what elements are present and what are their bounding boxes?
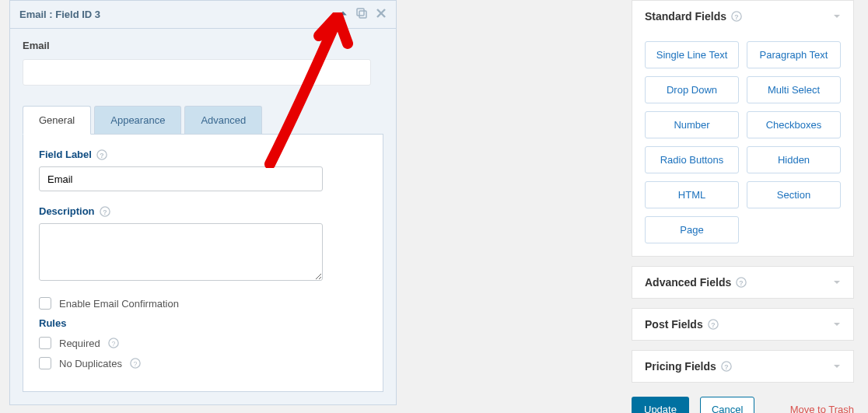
move-to-trash-link[interactable]: Move to Trash [790, 404, 854, 413]
pricing-fields-header[interactable]: Pricing Fields ? [632, 351, 853, 382]
svg-text:?: ? [134, 360, 138, 368]
field-label-group: Field Label ? [39, 149, 367, 191]
preview-label: Email [23, 40, 383, 51]
description-textarea[interactable] [39, 223, 323, 281]
standard-fields-grid: Single Line Text Paragraph Text Drop Dow… [645, 41, 841, 243]
panel-header: Email : Field ID 3 [10, 1, 396, 29]
field-label-title: Field Label ? [39, 149, 367, 160]
description-group: Description ? [39, 205, 367, 283]
help-icon[interactable]: ? [721, 361, 732, 372]
chevron-down-icon [833, 361, 841, 373]
chevron-down-icon [833, 11, 841, 23]
rules-title: Rules [39, 317, 367, 329]
caret-up-icon[interactable] [338, 9, 348, 20]
close-icon[interactable] [376, 8, 387, 21]
enable-confirmation-checkbox[interactable] [39, 297, 51, 310]
no-duplicates-checkbox[interactable] [39, 357, 51, 369]
help-icon[interactable]: ? [130, 358, 141, 369]
panel-actions [338, 7, 387, 22]
no-duplicates-label: No Duplicates [59, 358, 122, 369]
svg-rect-0 [357, 9, 364, 16]
field-html[interactable]: HTML [645, 181, 739, 208]
standard-fields-header[interactable]: Standard Fields ? [632, 1, 853, 32]
field-radio-buttons[interactable]: Radio Buttons [645, 146, 739, 173]
advanced-fields-header[interactable]: Advanced Fields ? [632, 267, 853, 298]
svg-text:?: ? [740, 279, 744, 287]
field-number[interactable]: Number [645, 111, 739, 138]
standard-fields-body: Single Line Text Paragraph Text Drop Dow… [632, 32, 853, 256]
required-checkbox[interactable] [39, 337, 51, 349]
field-page[interactable]: Page [645, 216, 739, 243]
field-label-input[interactable] [39, 166, 323, 191]
advanced-fields-accordion: Advanced Fields ? [632, 266, 854, 299]
svg-rect-1 [359, 11, 366, 18]
required-label: Required [59, 338, 100, 349]
field-drop-down[interactable]: Drop Down [645, 76, 739, 103]
svg-text:?: ? [724, 363, 728, 371]
description-title: Description ? [39, 205, 367, 217]
field-checkboxes[interactable]: Checkboxes [747, 111, 841, 138]
standard-fields-accordion: Standard Fields ? Single Line Text Parag… [632, 0, 854, 257]
enable-confirmation-row[interactable]: Enable Email Confirmation [39, 297, 367, 310]
help-icon[interactable]: ? [731, 11, 742, 22]
post-fields-header[interactable]: Post Fields ? [632, 309, 853, 340]
help-icon[interactable]: ? [736, 277, 747, 288]
svg-text:?: ? [111, 340, 115, 348]
field-editor-panel: Email : Field ID 3 Email General Appeara… [9, 0, 397, 405]
help-icon[interactable]: ? [708, 319, 719, 330]
tab-appearance[interactable]: Appearance [94, 106, 181, 134]
enable-confirmation-label: Enable Email Confirmation [59, 298, 179, 310]
field-section[interactable]: Section [747, 181, 841, 208]
settings-tabs: General Appearance Advanced [23, 106, 383, 135]
required-row[interactable]: Required ? [39, 337, 367, 349]
chevron-down-icon [833, 277, 841, 289]
cancel-button[interactable]: Cancel [700, 397, 754, 413]
tab-advanced[interactable]: Advanced [184, 106, 262, 134]
field-paragraph-text[interactable]: Paragraph Text [747, 41, 841, 68]
svg-text:?: ? [103, 208, 107, 215]
form-actions: Update Cancel Move to Trash [632, 397, 854, 413]
no-duplicates-row[interactable]: No Duplicates ? [39, 357, 367, 369]
field-palette: Standard Fields ? Single Line Text Parag… [632, 0, 854, 413]
duplicate-icon[interactable] [355, 7, 368, 22]
help-icon[interactable]: ? [100, 206, 110, 217]
help-icon[interactable]: ? [96, 149, 107, 160]
email-preview-input[interactable] [23, 59, 371, 86]
update-button[interactable]: Update [632, 397, 689, 413]
post-fields-accordion: Post Fields ? [632, 308, 854, 341]
chevron-down-icon [833, 319, 841, 331]
panel-title: Email : Field ID 3 [19, 9, 100, 20]
field-multi-select[interactable]: Multi Select [747, 76, 841, 103]
tab-general[interactable]: General [23, 106, 91, 135]
help-icon[interactable]: ? [108, 338, 119, 348]
pricing-fields-accordion: Pricing Fields ? [632, 350, 854, 383]
svg-text:?: ? [100, 151, 103, 159]
panel-body: Email General Appearance Advanced Field … [10, 29, 396, 404]
field-single-line-text[interactable]: Single Line Text [645, 41, 739, 68]
svg-text:?: ? [711, 321, 715, 329]
svg-text:?: ? [734, 13, 738, 21]
field-hidden[interactable]: Hidden [747, 146, 841, 173]
tab-general-content: Field Label ? Description ? En [23, 135, 383, 392]
